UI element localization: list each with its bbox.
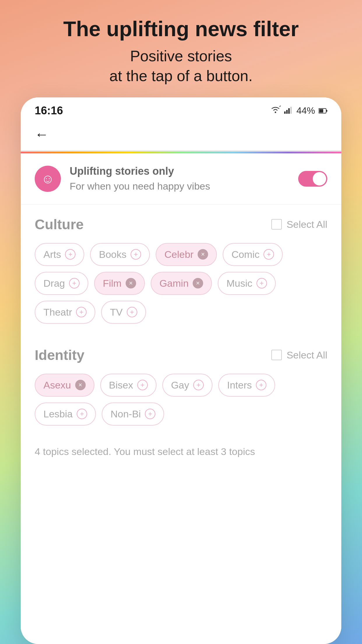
tag-drag-add-icon: + [69, 278, 80, 288]
tag-celebr-label: Celebr [164, 249, 194, 260]
identity-section-header: Identity Select All [35, 347, 327, 363]
status-bar: 16:16 44% [21, 97, 341, 122]
tag-gay-label: Gay [171, 379, 189, 391]
tag-intersex[interactable]: Inters + [218, 374, 275, 397]
header-section: The uplifting news filter Positive stori… [40, 0, 322, 97]
uplifting-section: ☺ Uplifting stories only For when you ne… [21, 153, 341, 204]
uplifting-toggle[interactable] [298, 171, 327, 187]
tag-film-label: Film [103, 278, 122, 289]
tag-gay-add-icon: + [193, 380, 204, 390]
status-time: 16:16 [35, 104, 63, 117]
svg-line-1 [280, 106, 281, 107]
tag-lesbian-label: Lesbia [43, 408, 73, 420]
tag-gaming[interactable]: Gamin × [151, 272, 212, 295]
toggle-knob [313, 172, 326, 186]
tag-gaming-label: Gamin [159, 278, 189, 289]
svg-rect-4 [288, 108, 290, 114]
signal-icon [284, 105, 293, 116]
tag-celebr-remove-icon: × [198, 249, 208, 260]
tag-theatre-add-icon: + [76, 307, 87, 317]
identity-select-all-label[interactable]: Select All [287, 349, 327, 361]
identity-section: Identity Select All Asexu × Bisex + Gay [21, 335, 341, 437]
tag-music-label: Music [226, 278, 252, 289]
header-subtitle: Positive storiesat the tap of a button. [63, 46, 299, 86]
tag-tv-label: TV [110, 307, 122, 318]
tag-asexual-remove-icon: × [75, 380, 86, 390]
svg-point-0 [275, 112, 276, 113]
tag-comic[interactable]: Comic + [223, 243, 283, 266]
wifi-icon [270, 105, 281, 116]
svg-rect-3 [286, 110, 288, 114]
identity-select-all-checkbox[interactable] [271, 350, 282, 360]
culture-select-all-container[interactable]: Select All [271, 219, 327, 230]
identity-select-all-container[interactable]: Select All [271, 349, 327, 361]
tag-tv[interactable]: TV + [101, 301, 146, 324]
battery-icon [319, 105, 327, 116]
culture-title: Culture [35, 216, 84, 232]
tag-arts-label: Arts [43, 249, 61, 260]
tag-music-add-icon: + [256, 278, 267, 288]
tag-asexual-label: Asexu [43, 379, 71, 391]
tag-drag-label: Drag [43, 278, 65, 289]
tag-bisexual-label: Bisex [109, 379, 133, 391]
identity-title: Identity [35, 347, 85, 363]
status-message: 4 topics selected. You must select at le… [21, 437, 341, 471]
tag-lesbian-add-icon: + [77, 409, 87, 419]
culture-section: Culture Select All Arts + Books + Celebr [21, 205, 341, 335]
tag-lesbian[interactable]: Lesbia + [35, 402, 96, 426]
uplifting-text: Uplifting stories only For when you need… [70, 165, 289, 192]
tag-film-remove-icon: × [126, 278, 136, 288]
tag-books-add-icon: + [131, 249, 141, 260]
smiley-icon: ☺ [41, 172, 55, 186]
nav-bar: ← [21, 122, 341, 152]
tag-theatre-label: Theatr [43, 307, 72, 318]
identity-tags-grid: Asexu × Bisex + Gay + Inters + Lesbia [35, 374, 327, 426]
tag-nonbinary-label: Non-Bi [110, 408, 141, 420]
tag-arts[interactable]: Arts + [35, 243, 84, 266]
uplifting-icon: ☺ [35, 166, 61, 192]
culture-section-header: Culture Select All [35, 216, 327, 232]
tag-music[interactable]: Music + [218, 272, 276, 295]
uplifting-title: Uplifting stories only [70, 165, 289, 177]
tag-tv-add-icon: + [127, 307, 137, 317]
culture-select-all-checkbox[interactable] [271, 219, 282, 230]
svg-rect-2 [284, 111, 286, 114]
battery-text: 44% [296, 105, 315, 116]
svg-rect-7 [319, 109, 323, 113]
tag-bisexual[interactable]: Bisex + [100, 374, 157, 397]
header-title: The uplifting news filter [63, 18, 299, 41]
culture-select-all-label[interactable]: Select All [287, 219, 327, 230]
tag-bisexual-add-icon: + [137, 380, 148, 390]
tag-nonbinary[interactable]: Non-Bi + [102, 402, 164, 426]
uplifting-desc: For when you need happy vibes [70, 180, 289, 192]
culture-tags-grid: Arts + Books + Celebr × Comic + Drag [35, 243, 327, 324]
tag-comic-add-icon: + [263, 249, 274, 260]
back-button[interactable]: ← [35, 127, 49, 142]
tag-gaming-remove-icon: × [193, 278, 203, 288]
tag-drag[interactable]: Drag + [35, 272, 88, 295]
scroll-content[interactable]: ☺ Uplifting stories only For when you ne… [21, 153, 341, 644]
tag-nonbinary-add-icon: + [145, 409, 155, 419]
tag-comic-label: Comic [231, 249, 259, 260]
tag-intersex-label: Inters [227, 379, 252, 391]
phone-frame: 16:16 44% [21, 97, 341, 644]
tag-gay[interactable]: Gay + [162, 374, 212, 397]
tag-film[interactable]: Film × [94, 272, 145, 295]
tag-celebr[interactable]: Celebr × [156, 243, 217, 266]
tag-intersex-add-icon: + [256, 380, 266, 390]
svg-rect-5 [290, 107, 292, 114]
status-icons: 44% [270, 105, 327, 116]
tag-arts-add-icon: + [65, 249, 75, 260]
tag-asexual[interactable]: Asexu × [35, 374, 94, 397]
svg-rect-8 [326, 110, 327, 112]
tag-theatre[interactable]: Theatr + [35, 301, 95, 324]
tag-books[interactable]: Books + [90, 243, 150, 266]
tag-books-label: Books [99, 249, 126, 260]
